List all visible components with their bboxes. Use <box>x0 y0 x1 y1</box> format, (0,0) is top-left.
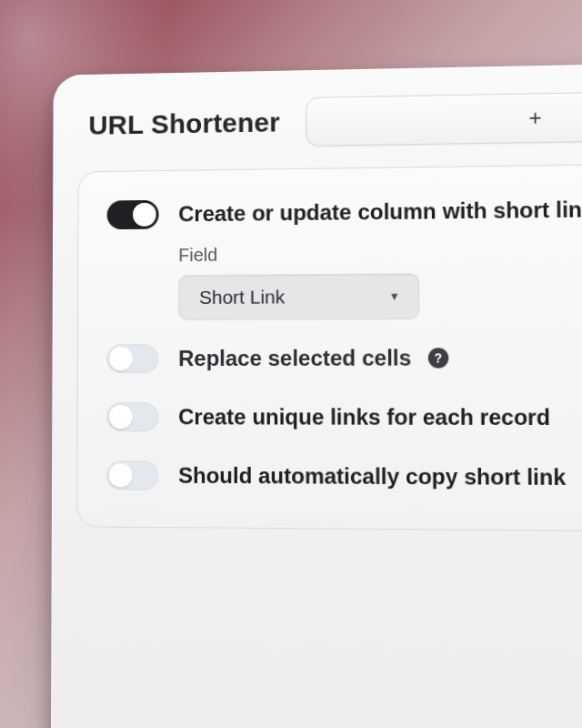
field-block: Field Short Link ▼ <box>178 239 582 320</box>
panel-header: URL Shortener + <box>53 60 582 167</box>
toggle-knob <box>109 347 133 370</box>
field-select[interactable]: Short Link ▼ <box>178 273 419 320</box>
help-icon[interactable]: ? <box>428 348 449 368</box>
option-unique-links-row: Create unique links for each record <box>106 402 582 432</box>
shortener-panel: URL Shortener + Create or update column … <box>51 60 582 728</box>
toggle-create-update[interactable] <box>107 200 159 229</box>
option-create-update-row: Create or update column with short links <box>107 193 582 229</box>
toggle-unique-links[interactable] <box>106 402 158 431</box>
panel-title: URL Shortener <box>88 107 280 141</box>
options-group: Create or update column with short links… <box>76 162 582 533</box>
field-select-value: Short Link <box>199 286 285 308</box>
option-replace-label: Replace selected cells <box>178 345 411 371</box>
toggle-knob <box>133 203 156 227</box>
option-replace-row: Replace selected cells ? <box>106 342 582 373</box>
toggle-knob <box>109 463 133 487</box>
toggle-replace[interactable] <box>106 344 158 373</box>
toggle-auto-copy[interactable] <box>106 460 158 490</box>
option-unique-links-label: Create unique links for each record <box>178 404 550 430</box>
toggle-knob <box>109 405 133 429</box>
field-label: Field <box>178 239 582 266</box>
option-auto-copy-row: Should automatically copy short link <box>106 460 582 493</box>
header-action-button[interactable]: + <box>306 89 582 147</box>
option-auto-copy-label: Should automatically copy short link <box>178 463 566 491</box>
chevron-down-icon: ▼ <box>389 290 400 303</box>
option-create-update-label: Create or update column with short links <box>178 197 582 227</box>
